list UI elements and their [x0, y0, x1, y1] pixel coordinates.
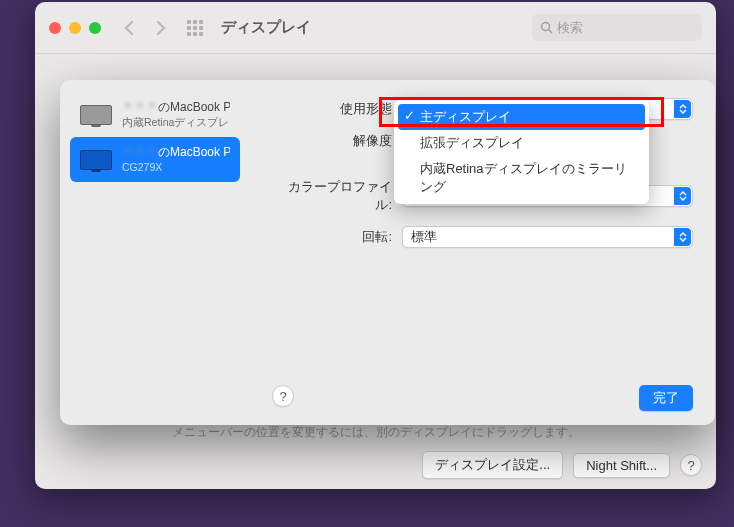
window-title: ディスプレイ: [221, 18, 311, 37]
popup-option-main[interactable]: 主ディスプレイ: [398, 104, 645, 130]
display-sub: CG279X: [122, 161, 230, 175]
back-button[interactable]: [117, 16, 141, 40]
display-item-external[interactable]: ＊＊＊のMacBook Pro CG279X: [70, 137, 240, 182]
profile-label: カラープロファイル:: [272, 178, 402, 214]
svg-point-0: [542, 23, 550, 31]
minimize-icon[interactable]: [69, 22, 81, 34]
search-input[interactable]: 検索: [532, 14, 702, 41]
done-button[interactable]: 完了: [639, 385, 693, 411]
display-name: ＊＊＊のMacBook Pro: [122, 145, 230, 161]
usage-popup: 主ディスプレイ 拡張ディスプレイ 内蔵Retinaディスプレイのミラーリング: [394, 100, 649, 204]
rotation-select[interactable]: 標準: [402, 226, 693, 248]
help-button[interactable]: ?: [680, 454, 702, 476]
display-name: ＊＊＊のMacBook Pro: [122, 100, 230, 116]
toolbar: ディスプレイ 検索: [35, 2, 716, 54]
sheet-help-button[interactable]: ?: [272, 385, 294, 407]
zoom-icon[interactable]: [89, 22, 101, 34]
show-all-icon[interactable]: [187, 20, 203, 36]
display-sub: 内蔵Retinaディスプレイ: [122, 116, 230, 130]
rotation-label: 回転:: [272, 228, 402, 246]
arrangement-hint: メニューバーの位置を変更するには、別のディスプレイにドラッグします。: [35, 424, 716, 441]
resolution-label: 解像度: [272, 132, 402, 150]
display-settings-button[interactable]: ディスプレイ設定...: [422, 451, 563, 479]
display-thumb-icon: [80, 150, 112, 170]
close-icon[interactable]: [49, 22, 61, 34]
updown-icon: [674, 100, 691, 118]
traffic-lights: [49, 22, 101, 34]
updown-icon: [674, 187, 691, 205]
bottom-bar: ディスプレイ設定... Night Shift... ?: [422, 451, 702, 479]
svg-line-1: [549, 30, 553, 34]
search-icon: [540, 21, 553, 34]
display-thumb-icon: [80, 105, 112, 125]
night-shift-button[interactable]: Night Shift...: [573, 453, 670, 478]
usage-label: 使用形態: [272, 100, 402, 118]
display-item-builtin[interactable]: ＊＊＊のMacBook Pro 内蔵Retinaディスプレイ: [70, 92, 240, 137]
popup-option-mirror[interactable]: 内蔵Retinaディスプレイのミラーリング: [394, 156, 649, 200]
display-list: ＊＊＊のMacBook Pro 内蔵Retinaディスプレイ ＊＊＊のMacBo…: [60, 80, 250, 425]
updown-icon: [674, 228, 691, 246]
search-placeholder: 検索: [557, 19, 583, 37]
forward-button[interactable]: [149, 16, 173, 40]
popup-option-extend[interactable]: 拡張ディスプレイ: [394, 130, 649, 156]
